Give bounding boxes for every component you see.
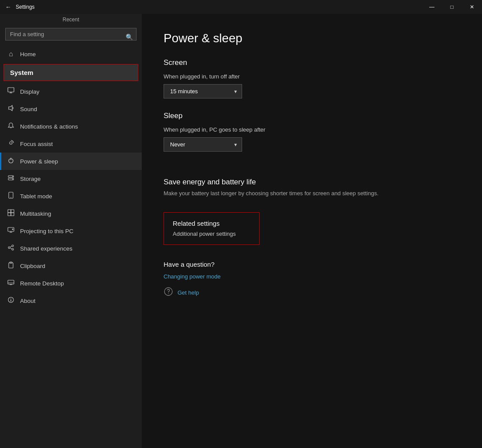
focus-icon bbox=[7, 139, 15, 148]
tablet-icon bbox=[7, 192, 15, 200]
sidebar-item-shared[interactable]: Shared experiences bbox=[0, 240, 142, 257]
clipboard-icon bbox=[7, 261, 15, 270]
svg-marker-3 bbox=[9, 105, 12, 111]
screen-section: Screen When plugged in, turn off after 1… bbox=[164, 58, 460, 112]
screen-section-label: When plugged in, turn off after bbox=[164, 73, 460, 80]
window-controls: — □ ✕ bbox=[422, 0, 482, 14]
svg-rect-0 bbox=[8, 88, 14, 92]
save-energy-title: Save energy and battery life bbox=[164, 178, 460, 187]
svg-rect-16 bbox=[11, 213, 14, 216]
titlebar: ← Settings — □ ✕ bbox=[0, 0, 482, 14]
svg-rect-15 bbox=[8, 213, 11, 216]
sidebar-item-remote-label: Remote Desktop bbox=[20, 280, 64, 287]
svg-rect-26 bbox=[9, 263, 13, 268]
sidebar-item-about-label: About bbox=[20, 298, 35, 304]
svg-point-34 bbox=[10, 298, 11, 299]
power-icon bbox=[7, 157, 15, 166]
sidebar-item-projecting-label: Projecting to this PC bbox=[20, 228, 73, 234]
system-label: System bbox=[10, 69, 33, 76]
svg-rect-13 bbox=[8, 210, 11, 213]
remote-icon bbox=[7, 279, 15, 288]
svg-point-23 bbox=[12, 248, 14, 250]
sidebar-item-power-label: Power & sleep bbox=[20, 158, 58, 165]
sidebar-item-shared-label: Shared experiences bbox=[20, 245, 72, 252]
back-button[interactable]: ← bbox=[5, 3, 11, 10]
sidebar-item-notifications-label: Notifications & actions bbox=[20, 123, 78, 130]
home-icon: ⌂ bbox=[7, 50, 15, 58]
sidebar-system-section[interactable]: System bbox=[3, 64, 138, 81]
get-help-link[interactable]: Get help bbox=[178, 289, 199, 296]
sidebar-item-storage-label: Storage bbox=[20, 176, 41, 182]
sidebar-item-home-label: Home bbox=[20, 51, 36, 58]
page-title: Power & sleep bbox=[164, 31, 460, 45]
save-energy-section: Save energy and battery life Make your b… bbox=[164, 178, 460, 197]
save-energy-desc: Make your battery last longer by choosin… bbox=[164, 190, 460, 197]
svg-point-21 bbox=[8, 247, 10, 248]
get-help-icon bbox=[164, 287, 173, 299]
screen-dropdown[interactable]: 1 minute 2 minutes 3 minutes 5 minutes 1… bbox=[164, 84, 242, 98]
svg-rect-28 bbox=[8, 280, 14, 284]
minimize-button[interactable]: — bbox=[422, 0, 442, 14]
sidebar-item-about[interactable]: About bbox=[0, 292, 142, 309]
notifications-icon bbox=[7, 122, 15, 131]
svg-point-36 bbox=[168, 293, 169, 294]
content-area: Power & sleep Screen When plugged in, tu… bbox=[142, 14, 482, 448]
sidebar: Recent 🔍 ⌂ Home System Display Soun bbox=[0, 14, 142, 448]
recent-label: Recent bbox=[0, 14, 142, 24]
titlebar-title: Settings bbox=[16, 4, 34, 10]
sleep-section: Sleep When plugged in, PC goes to sleep … bbox=[164, 112, 460, 165]
sidebar-item-focus-label: Focus assist bbox=[20, 141, 53, 147]
storage-icon bbox=[7, 174, 15, 183]
svg-point-10 bbox=[12, 179, 13, 180]
close-button[interactable]: ✕ bbox=[462, 0, 482, 14]
multitasking-icon bbox=[7, 209, 15, 218]
svg-line-24 bbox=[10, 246, 12, 247]
sidebar-item-projecting[interactable]: Projecting to this PC bbox=[0, 222, 142, 240]
related-settings-box[interactable]: Related settings Additional power settin… bbox=[164, 212, 260, 245]
related-settings-title: Related settings bbox=[173, 220, 250, 227]
screen-section-title: Screen bbox=[164, 58, 460, 67]
sidebar-item-sound[interactable]: Sound bbox=[0, 100, 142, 118]
projecting-icon bbox=[7, 227, 15, 235]
search-container: 🔍 bbox=[0, 24, 142, 46]
sleep-dropdown[interactable]: 1 minute 2 minutes 3 minutes 5 minutes 1… bbox=[164, 137, 242, 152]
sleep-dropdown-wrapper: 1 minute 2 minutes 3 minutes 5 minutes 1… bbox=[164, 137, 242, 152]
get-help-row: Get help bbox=[164, 287, 460, 299]
sidebar-item-focus[interactable]: Focus assist bbox=[0, 135, 142, 153]
sidebar-item-power[interactable]: Power & sleep bbox=[0, 153, 142, 170]
sidebar-item-notifications[interactable]: Notifications & actions bbox=[0, 118, 142, 135]
svg-point-4 bbox=[10, 142, 12, 144]
sidebar-item-multitasking-label: Multitasking bbox=[20, 210, 51, 217]
svg-point-22 bbox=[12, 245, 14, 247]
additional-power-settings-link[interactable]: Additional power settings bbox=[173, 231, 236, 237]
sidebar-item-storage[interactable]: Storage bbox=[0, 170, 142, 187]
sidebar-item-clipboard-label: Clipboard bbox=[20, 263, 45, 269]
maximize-button[interactable]: □ bbox=[442, 0, 462, 14]
sleep-section-label: When plugged in, PC goes to sleep after bbox=[164, 126, 460, 133]
sidebar-item-home[interactable]: ⌂ Home bbox=[0, 46, 142, 62]
svg-rect-14 bbox=[11, 210, 14, 213]
sound-icon bbox=[7, 105, 15, 113]
have-a-question-section: Have a question? Changing power mode bbox=[164, 261, 460, 280]
sidebar-item-display-label: Display bbox=[20, 88, 39, 95]
have-question-title: Have a question? bbox=[164, 261, 460, 268]
main-layout: Recent 🔍 ⌂ Home System Display Soun bbox=[0, 14, 482, 448]
svg-point-12 bbox=[10, 197, 11, 198]
sidebar-item-tablet[interactable]: Tablet mode bbox=[0, 187, 142, 205]
sidebar-item-tablet-label: Tablet mode bbox=[20, 193, 52, 200]
sidebar-item-sound-label: Sound bbox=[20, 106, 37, 112]
search-input[interactable] bbox=[5, 28, 137, 41]
sidebar-item-clipboard[interactable]: Clipboard bbox=[0, 257, 142, 275]
svg-point-9 bbox=[12, 176, 13, 177]
sidebar-item-display[interactable]: Display bbox=[0, 83, 142, 100]
shared-icon bbox=[7, 244, 15, 253]
sidebar-item-remote[interactable]: Remote Desktop bbox=[0, 275, 142, 292]
sleep-section-title: Sleep bbox=[164, 112, 460, 120]
screen-dropdown-wrapper: 1 minute 2 minutes 3 minutes 5 minutes 1… bbox=[164, 84, 242, 98]
changing-power-mode-link[interactable]: Changing power mode bbox=[164, 273, 460, 280]
svg-line-25 bbox=[10, 248, 12, 249]
sidebar-item-multitasking[interactable]: Multitasking bbox=[0, 205, 142, 222]
search-icon[interactable]: 🔍 bbox=[126, 34, 133, 41]
svg-point-20 bbox=[12, 229, 14, 230]
display-icon bbox=[7, 87, 15, 96]
